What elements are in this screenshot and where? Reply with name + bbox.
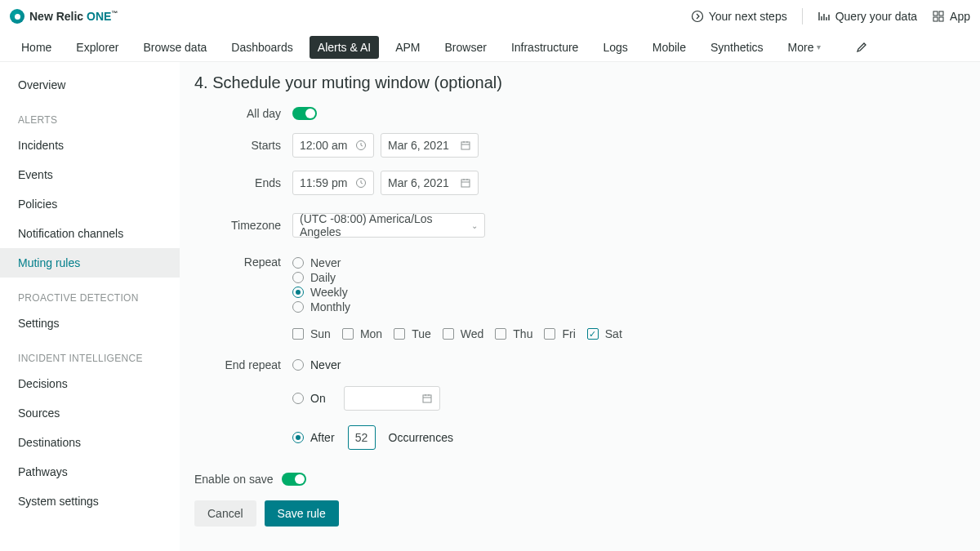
main-nav: Home Explorer Browse data Dashboards Ale…	[0, 33, 980, 62]
nav-synthetics[interactable]: Synthetics	[702, 36, 772, 59]
svg-rect-4	[939, 17, 943, 21]
query-data-link[interactable]: Query your data	[817, 10, 917, 23]
enable-on-save-row: Enable on save	[194, 473, 965, 486]
sidebar-events[interactable]: Events	[0, 160, 180, 189]
nav-mobile[interactable]: Mobile	[644, 36, 694, 59]
nav-explorer[interactable]: Explorer	[68, 36, 127, 59]
end-time-value: 11:59 pm	[300, 176, 347, 189]
radio-row-weekly: Weekly	[292, 285, 627, 300]
nav-apm[interactable]: APM	[387, 36, 428, 59]
sidebar-muting-rules[interactable]: Muting rules	[0, 248, 180, 278]
check-fri[interactable]	[544, 328, 555, 340]
start-time-input[interactable]: 12:00 am	[292, 133, 374, 158]
sidebar-sources[interactable]: Sources	[0, 398, 180, 428]
repeat-daily-radio[interactable]	[292, 272, 304, 283]
repeat-monthly-label: Monthly	[310, 300, 350, 313]
svg-point-0	[692, 11, 702, 22]
repeat-monthly-radio[interactable]	[292, 301, 304, 313]
repeat-never-label: Never	[310, 256, 341, 269]
nav-infrastructure[interactable]: Infrastructure	[503, 36, 586, 59]
sidebar-notification-channels[interactable]: Notification channels	[0, 219, 180, 248]
start-date-value: Mar 6, 2021	[388, 139, 449, 152]
nav-logs[interactable]: Logs	[595, 36, 635, 59]
nav-browse-data[interactable]: Browse data	[136, 36, 216, 59]
next-steps-label: Your next steps	[709, 10, 787, 23]
chart-icon	[817, 10, 831, 23]
row-all-day: All day	[203, 107, 965, 120]
endrep-never-label: Never	[310, 358, 341, 371]
sidebar-incidents[interactable]: Incidents	[0, 131, 180, 160]
clock-icon	[355, 177, 367, 189]
toggle-all-day[interactable]	[292, 107, 317, 120]
check-wed[interactable]	[443, 328, 454, 340]
end-repeat-options: Never On After 52	[292, 358, 453, 450]
sidebar-system-settings[interactable]: System settings	[0, 487, 180, 516]
repeat-never-radio[interactable]	[292, 257, 304, 269]
sidebar-pathways[interactable]: Pathways	[0, 457, 180, 487]
svg-rect-3	[933, 17, 938, 21]
nav-edit-button[interactable]	[855, 41, 868, 54]
end-date-input[interactable]: Mar 6, 2021	[381, 171, 479, 195]
endrep-on-radio[interactable]	[292, 393, 304, 404]
sidebar-overview[interactable]: Overview	[0, 70, 180, 100]
topbar: New Relic ONE™ Your next steps Query you…	[0, 0, 980, 33]
query-data-label: Query your data	[835, 10, 917, 23]
start-time-value: 12:00 am	[300, 139, 347, 152]
label-tue: Tue	[412, 327, 431, 340]
svg-rect-2	[939, 11, 943, 16]
repeat-options: Never Daily Weekly Monthly	[292, 256, 627, 314]
sidebar-settings[interactable]: Settings	[0, 309, 180, 338]
check-sun[interactable]	[292, 328, 304, 340]
save-rule-button[interactable]: Save rule	[265, 500, 339, 527]
toggle-enable-on-save[interactable]	[282, 473, 306, 486]
check-thu[interactable]	[495, 328, 506, 340]
label-timezone: Timezone	[203, 219, 292, 232]
layout: Overview ALERTS Incidents Events Policie…	[0, 62, 980, 551]
row-timezone: Timezone (UTC -08:00) America/Los Angele…	[203, 213, 965, 238]
repeat-weekly-radio[interactable]	[292, 287, 304, 298]
main-content: 4. Schedule your muting window (optional…	[180, 62, 980, 551]
check-mon[interactable]	[342, 328, 354, 340]
endrep-on-date-input[interactable]	[344, 386, 440, 411]
logo-one: ONE	[87, 10, 111, 23]
nav-home[interactable]: Home	[13, 36, 60, 59]
timezone-select[interactable]: (UTC -08:00) America/Los Angeles ⌄	[292, 213, 485, 238]
row-starts: Starts 12:00 am Mar 6, 2021	[203, 133, 965, 158]
endrep-after-count-input[interactable]: 52	[348, 425, 376, 450]
sidebar-destinations[interactable]: Destinations	[0, 428, 180, 457]
check-sat[interactable]	[587, 328, 599, 340]
endrep-after-radio[interactable]	[292, 432, 304, 443]
sidebar-policies[interactable]: Policies	[0, 189, 180, 219]
end-time-input[interactable]: 11:59 pm	[292, 171, 374, 195]
sidebar-section-alerts: ALERTS	[0, 100, 180, 131]
endrep-after-label: After	[310, 431, 335, 444]
separator	[802, 8, 803, 24]
apps-link[interactable]: App	[932, 10, 970, 23]
logo[interactable]: New Relic ONE™	[10, 9, 118, 24]
nav-dashboards[interactable]: Dashboards	[223, 36, 301, 59]
check-tue[interactable]	[394, 328, 405, 340]
repeat-block: Never Daily Weekly Monthly Sun Mon Tue W…	[292, 256, 627, 340]
nav-alerts-ai[interactable]: Alerts & AI	[310, 36, 379, 59]
label-mon: Mon	[360, 327, 382, 340]
radio-row-monthly: Monthly	[292, 300, 627, 314]
enable-on-save-label: Enable on save	[194, 473, 274, 486]
start-date-input[interactable]: Mar 6, 2021	[381, 133, 479, 158]
endrep-after-count-value: 52	[355, 431, 368, 444]
sidebar-decisions[interactable]: Decisions	[0, 369, 180, 398]
label-ends: Ends	[203, 176, 292, 189]
arrow-right-circle-icon	[691, 10, 704, 23]
svg-rect-6	[461, 142, 470, 149]
nav-browser[interactable]: Browser	[437, 36, 495, 59]
endrep-never-radio[interactable]	[292, 359, 304, 371]
label-repeat: Repeat	[203, 256, 292, 269]
label-thu: Thu	[513, 327, 532, 340]
cancel-button[interactable]: Cancel	[194, 500, 256, 527]
sidebar-section-proactive: PROACTIVE DETECTION	[0, 278, 180, 309]
endrep-after-row: After 52 Occurrences	[292, 425, 453, 450]
nav-more[interactable]: More ▾	[780, 36, 830, 59]
next-steps-link[interactable]: Your next steps	[691, 10, 787, 23]
svg-rect-9	[423, 395, 431, 402]
endrep-occurrences-label: Occurrences	[389, 431, 453, 444]
label-sat: Sat	[605, 327, 622, 340]
